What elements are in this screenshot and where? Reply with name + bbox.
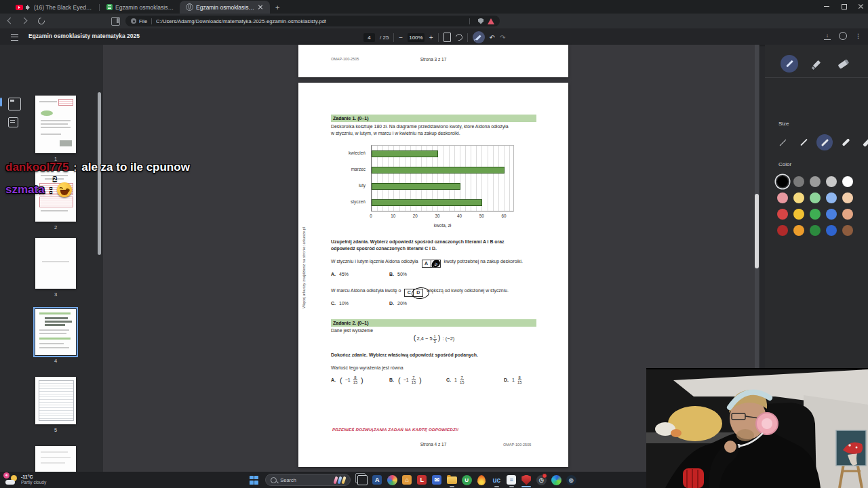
color-swatch[interactable] [810,192,821,203]
edge-browser-button[interactable] [549,472,564,488]
task-view-button[interactable] [355,472,370,488]
download-icon[interactable]: ↓ [824,33,831,40]
page-total-label: / 25 [380,35,389,41]
color-swatch[interactable] [810,225,821,236]
chart-x-axis-ticks: 0102030405060 [371,214,514,219]
panel-divider [765,77,868,78]
outline-view-icon[interactable] [8,117,18,127]
page-thumbnail-5[interactable]: 5 [35,377,76,424]
fraction: 715 [460,375,464,384]
page-thumbnail-4-selected[interactable]: 4 [35,309,76,355]
thumbnails-view-icon[interactable] [8,98,21,110]
color-swatch[interactable] [826,209,837,220]
widgets-button[interactable] [384,472,399,488]
fire-app-button[interactable] [474,472,489,488]
l-app-button[interactable]: L [414,472,429,488]
color-swatch[interactable] [826,192,837,203]
notepad-app-button[interactable]: ≡ [504,472,519,488]
url-scheme-chip: File [139,18,147,24]
fit-to-page-icon[interactable] [443,33,451,42]
weather-widget[interactable]: 4 -11°C Partly cloudy [5,474,46,486]
side-panel-icon[interactable] [111,17,120,26]
url-divider [469,18,470,24]
search-box[interactable]: Search [265,474,351,486]
gauge-app-button[interactable]: ◷ [534,472,549,488]
webcam-scene [646,369,868,488]
file-explorer-button[interactable] [444,472,459,488]
thumbnail-page-number: 4 [35,358,76,364]
rotate-icon[interactable] [456,34,462,41]
stroke-size-option[interactable] [816,134,833,150]
print-icon[interactable] [839,32,847,40]
close-button[interactable] [858,3,864,9]
color-swatch[interactable] [793,192,804,203]
uc-app-button[interactable]: uc [489,472,504,488]
color-swatch[interactable] [842,176,853,187]
warning-triangle-icon[interactable] [488,18,494,24]
tab-youtube[interactable]: (16) The Black Eyed Peas - Meet [9,1,98,14]
chart-bar [372,183,460,190]
undo-button[interactable]: ↶ [490,34,495,41]
tab-list: (16) The Black Eyed Peas - Meet Egzamin … [9,0,279,14]
chart-tick-label: 0 [366,214,376,218]
stroke-size-option[interactable] [837,134,854,150]
minimize-button[interactable] [824,3,830,9]
highlighter-tool-button[interactable] [808,55,825,73]
page-thumbnail-1[interactable]: 1 [35,96,76,153]
color-swatch[interactable] [793,176,804,187]
denominator: 15 [460,380,464,384]
color-swatch[interactable] [826,225,837,236]
page-thumbnail-3[interactable]: 3 [35,238,76,289]
tab-egzamin-pdf-active[interactable]: Egzamin osmoklasisty matemat... [180,1,270,14]
reload-button[interactable] [37,16,46,26]
stroke-size-option[interactable] [795,134,812,150]
color-swatch[interactable] [842,192,853,203]
color-swatch[interactable] [777,176,788,187]
redo-button[interactable]: ↷ [500,34,505,41]
app-icon: U [462,475,472,485]
tab-egzamin-1[interactable]: Egzamin osmoklasisty matematyka 2 [100,1,180,14]
viewer-scrollbar-thumb[interactable] [755,194,759,268]
url-bar[interactable]: File C:/Users/Adamg/Downloads/matematyka… [125,16,500,26]
color-swatch[interactable] [793,225,804,236]
tab-close-icon[interactable] [257,4,264,11]
zoom-in-button[interactable]: + [429,34,433,41]
mail-app-button[interactable]: ✉ [429,472,444,488]
color-swatch[interactable] [777,209,788,220]
color-swatch[interactable] [810,176,821,187]
paren: ( [340,375,342,384]
stroke-size-option[interactable] [859,134,868,150]
chart-bar [372,150,438,157]
color-swatch[interactable] [826,176,837,187]
eraser-tool-button[interactable] [835,55,852,73]
color-swatch[interactable] [777,225,788,236]
denominator: 15 [353,380,357,384]
new-tab-button[interactable]: + [275,3,279,12]
steam-app-button[interactable]: ◎ [564,472,578,488]
chat-username: szmata [5,183,45,197]
color-swatch[interactable] [810,209,821,220]
color-swatch[interactable] [842,209,853,220]
chart-bar [372,167,505,174]
pen-tool-button[interactable] [781,55,798,73]
color-swatch[interactable] [777,192,788,203]
color-swatch[interactable] [793,209,804,220]
green-app-button[interactable]: U [459,472,474,488]
app-a-button[interactable]: A [370,472,384,488]
more-options-icon[interactable]: ⋮ [855,33,861,39]
start-button[interactable] [250,476,258,485]
zoom-out-button[interactable]: − [399,34,403,41]
page-number-input[interactable]: 4 [363,33,375,42]
shield-icon[interactable] [478,18,484,24]
shield-app-button[interactable] [519,472,534,488]
color-swatch[interactable] [842,225,853,236]
forward-button[interactable] [20,16,30,26]
draw-tool-button-active[interactable] [473,31,485,43]
maximize-button[interactable] [841,3,847,9]
stroke-size-option[interactable] [774,134,791,150]
pdf-menu-icon[interactable] [11,34,18,41]
back-button[interactable] [5,16,15,26]
ms-store-button[interactable]: ⌂ [399,472,414,488]
browser-tab-strip: (16) The Black Eyed Peas - Meet Egzamin … [0,0,868,14]
zoom-level[interactable]: 100% [408,33,424,42]
